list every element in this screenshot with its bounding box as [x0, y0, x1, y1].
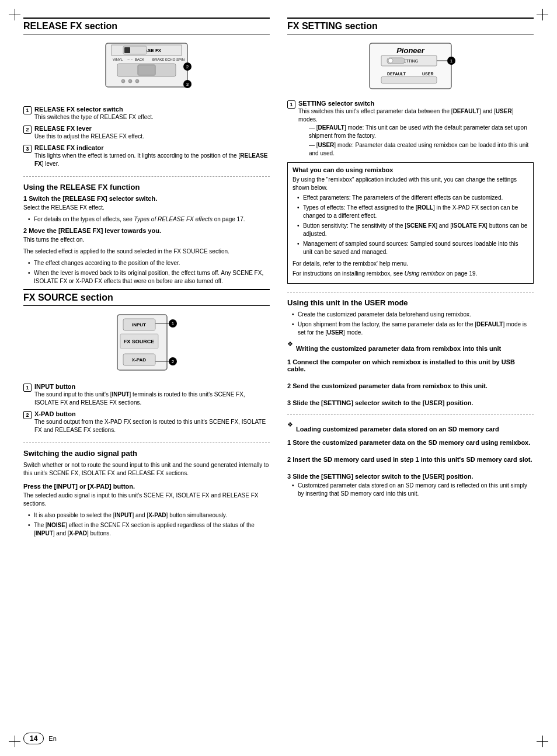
writing-diamond-item: ❖ Writing the customized parameter data … [287, 340, 534, 354]
sep-1 [23, 176, 270, 177]
writing-diamond-icon: ❖ [287, 340, 293, 348]
release-fx-image: RELEASE FX VINYL →← BACK BRAKE ECHO SPIN… [23, 40, 270, 99]
item-num-1: 1 [23, 106, 32, 114]
svg-text:→← BACK: →← BACK [127, 58, 144, 61]
infobox-desc: By using the "remixbox" application incl… [293, 176, 528, 192]
item-num-2: 2 [23, 126, 32, 134]
switching-bullets: It is also possible to select the [INPUT… [23, 511, 270, 538]
fx-setting-num-1: 1 [287, 100, 295, 109]
infobox-bullet-1: Effect parameters: The parameters of the… [297, 194, 528, 202]
writing-section: ❖ Writing the customized parameter data … [287, 340, 534, 406]
step2-bullet-2: When the lever is moved back to its orig… [28, 269, 270, 285]
loading-step-2: 2 Insert the SD memory card used in step… [287, 456, 534, 463]
step1-bullets: For details on the types of effects, see… [23, 215, 270, 224]
step1-bullet-1: For details on the types of effects, see… [28, 215, 270, 224]
svg-text:2: 2 [172, 359, 175, 364]
svg-text:DEFAULT: DEFAULT [387, 72, 406, 76]
step2-bullet-1: The effect changes according to the posi… [28, 259, 270, 267]
infobox-note2: For instructions on installing remixbox,… [293, 270, 528, 278]
left-column: RELEASE FX section RELEASE FX VINYL [23, 18, 270, 738]
user-mode-section: Using this unit in the USER mode Create … [287, 298, 534, 337]
svg-rect-11 [138, 65, 155, 75]
release-fx-item3-desc: This lights when the effect is turned on… [34, 152, 270, 168]
step2-desc1: This turns the effect on. [23, 236, 270, 244]
fx-source-item-2: 2 X-PAD button The sound output from the… [23, 410, 270, 434]
step2-desc2: The selected effect is applied to the so… [23, 248, 270, 256]
switching-desc: Switch whether or not to route the sound… [23, 461, 270, 478]
loading-diamond-icon: ❖ [287, 421, 293, 428]
svg-text:VINYL: VINYL [113, 58, 123, 61]
svg-rect-4 [124, 47, 130, 53]
svg-text:2: 2 [186, 64, 189, 69]
user-mode-bullet-2: Upon shipment from the factory, the same… [292, 320, 534, 337]
release-fx-title: RELEASE FX section [23, 18, 270, 34]
sep-right-1 [287, 292, 534, 292]
user-mode-title: Using this unit in the USER mode [287, 298, 534, 307]
page-num-box: 14 [23, 733, 44, 744]
fx-setting-dash-1: — [DEFAULT] mode: This unit can be used … [298, 124, 534, 140]
loading-section: ❖ Loading customized parameter data stor… [287, 421, 534, 498]
loading-diamond-title: Loading customized parameter data stored… [296, 426, 499, 433]
corner-mark-tr [537, 9, 548, 20]
fx-source-image: 1 INPUT FX SOURCE 2 X- [23, 312, 270, 376]
user-mode-bullet-1: Create the customized parameter data bef… [292, 311, 534, 319]
infobox-note1: For details, refer to the remixbox' help… [293, 260, 528, 268]
infobox-bullets: Effect parameters: The parameters of the… [293, 194, 528, 256]
infobox-remixbox: What you can do using remixbox By using … [287, 162, 534, 284]
release-fx-item1-desc: This switches the type of RELEASE FX eff… [34, 113, 154, 121]
fx-setting-section: FX SETTING section Pioneer SETTING [287, 18, 534, 284]
sep-2 [23, 443, 270, 443]
writing-step-3: 3 Slide the [SETTING] selector switch to… [287, 399, 534, 406]
release-fx-svg: RELEASE FX VINYL →← BACK BRAKE ECHO SPIN… [94, 40, 199, 99]
writing-diamond-title: Writing the customized parameter data fr… [296, 345, 501, 352]
svg-point-15 [128, 79, 132, 83]
fx-source-num-1: 1 [23, 384, 32, 392]
loading-step-3: 3 Slide the [SETTING] selector switch to… [287, 473, 534, 480]
release-fx-item2-desc: Use this to adjust the RELEASE FX effect… [34, 133, 144, 141]
corner-mark-br [537, 736, 548, 747]
switching-bullet-2: The [NOISE] effect in the SCENE FX secti… [28, 521, 270, 538]
svg-text:1: 1 [450, 58, 453, 64]
fx-source-item1-desc: The sound input to this unit's [INPUT] t… [34, 391, 270, 407]
sep-right-2 [287, 414, 534, 415]
step2-bullets: The effect changes according to the posi… [23, 259, 270, 285]
fx-setting-item1-desc: This switches this unit's effect paramet… [298, 107, 534, 124]
user-mode-bullets: Create the customized parameter data bef… [287, 311, 534, 337]
release-fx-item-2: 2 RELEASE FX lever Use this to adjust th… [23, 125, 270, 141]
item-num-3: 3 [23, 145, 32, 153]
loading-diamond-item: ❖ Loading customized parameter data stor… [287, 421, 534, 434]
switching-bullet-1: It is also possible to select the [INPUT… [28, 511, 270, 520]
loading-step-1: 1 Store the customized parameter data on… [287, 439, 534, 446]
fx-setting-dash-2: — [USER] mode: Parameter data created us… [298, 141, 534, 158]
switching-title: Switching the audio signal path [23, 449, 270, 458]
switching-section: Switching the audio signal path Switch w… [23, 449, 270, 538]
svg-text:Pioneer: Pioneer [396, 46, 425, 55]
fx-setting-title: FX SETTING section [287, 18, 534, 34]
release-fx-item2-title: RELEASE FX lever [34, 125, 144, 132]
infobox-bullet-2: Types of effects: The effect assigned to… [297, 204, 528, 220]
corner-mark-bl [9, 736, 20, 747]
loading-bullets: Customized parameter data stored on an S… [287, 482, 534, 498]
release-fx-section: RELEASE FX section RELEASE FX VINYL [23, 18, 270, 168]
svg-point-16 [135, 79, 139, 83]
svg-text:X-PAD: X-PAD [132, 357, 147, 363]
step1-desc: Select the RELEASE FX effect. [23, 204, 270, 212]
switching-step-desc: The selected audio signal is input to th… [23, 492, 270, 508]
infobox-bullet-3: Button sensitivity: The sensitivity of t… [297, 222, 528, 238]
svg-text:INPUT: INPUT [132, 322, 146, 328]
fx-source-item2-desc: The sound output from the X-PAD FX secti… [34, 418, 270, 434]
svg-point-14 [121, 79, 125, 83]
svg-text:3: 3 [186, 82, 189, 87]
fx-setting-svg: Pioneer SETTING 1 DEFAULT USER [364, 40, 457, 93]
infobox-bullet-4: Management of sampled sound sources: Sam… [297, 240, 528, 256]
page-number-area: 14 En [23, 733, 57, 744]
svg-text:USER: USER [422, 72, 433, 76]
fx-source-item1-title: INPUT button [34, 383, 270, 390]
fx-source-item-1: 1 INPUT button The sound input to this u… [23, 383, 270, 407]
infobox-title: What you can do using remixbox [293, 166, 528, 173]
step1-title: 1 Switch the [RELEASE FX] selector switc… [23, 195, 270, 202]
release-fx-item1-title: RELEASE FX selector switch [34, 106, 154, 113]
svg-rect-41 [381, 76, 437, 83]
fx-source-title: FX SOURCE section [23, 289, 270, 306]
using-release-fx-section: Using the RELEASE FX function 1 Switch t… [23, 183, 270, 285]
